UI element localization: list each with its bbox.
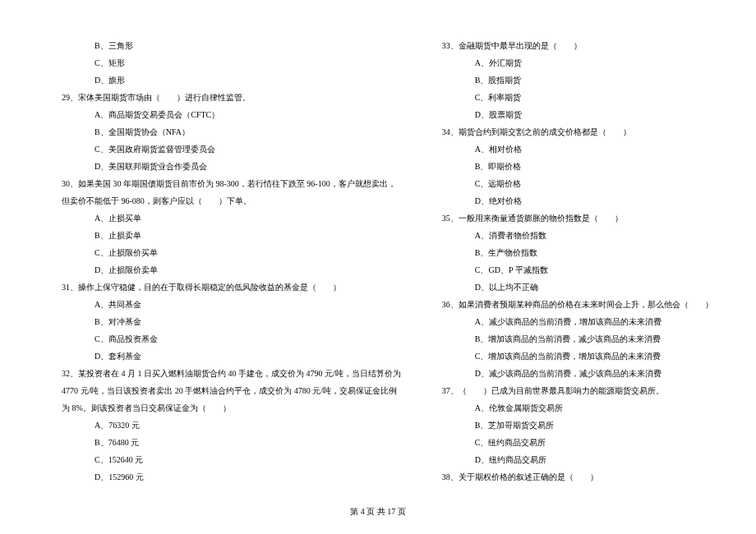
q30-option-c: C、止损限价买单 [45,244,401,261]
q28-option-d: D、旗形 [45,71,401,89]
q37-option-a: A、伦敦金属期货交易所 [426,399,713,417]
q29-text: 29、宋体美国期货市场由（ ）进行自律性监管。 [45,89,401,106]
q28-option-b: B、三角形 [45,37,401,54]
q32-line2: 4770 元/吨，当日该投资者卖出 20 手燃料油合约平仓，成交价为 4780 … [45,382,401,399]
q36-option-c: C、增加该商品的当前消费，增加该商品的未来消费 [426,348,713,365]
q32-option-a: A、76320 元 [45,417,401,434]
right-column: 33、金融期货中最早出现的是（ ） A、外汇期货 B、股指期货 C、利率期货 D… [413,37,726,486]
q28-option-c: C、矩形 [45,54,401,71]
q33-option-d: D、股票期货 [426,106,713,123]
q35-option-b: B、生产物价指数 [426,244,713,261]
q29-option-d: D、美国联邦期货业合作委员会 [45,158,401,175]
q32-option-c: C、152640 元 [45,451,401,468]
left-column: B、三角形 C、矩形 D、旗形 29、宋体美国期货市场由（ ）进行自律性监管。 … [33,37,413,486]
q32-option-b: B、76480 元 [45,434,401,451]
q33-option-a: A、外汇期货 [426,54,713,71]
q37-option-d: D、纽约商品交易所 [426,451,713,468]
q36-text: 36、如果消费者预期某种商品的价格在未来时间会上升，那么他会（ ） [426,296,713,313]
q36-option-a: A、减少该商品的当前消费，增加该商品的未来消费 [426,313,713,330]
q29-option-b: B、全国期货协会（NFA） [45,123,401,140]
q32-option-d: D、152960 元 [45,468,401,486]
q31-option-a: A、共同基金 [45,296,401,313]
q34-option-d: D、绝对价格 [426,192,713,209]
q36-option-b: B、增加该商品的当前消费，减少该商品的未来消费 [426,330,713,348]
q29-option-c: C、美国政府期货监督管理委员会 [45,140,401,158]
q33-option-c: C、利率期货 [426,89,713,106]
q31-option-d: D、套利基金 [45,348,401,365]
q35-option-d: D、以上均不正确 [426,279,713,296]
q36-option-d: D、减少该商品的当前消费，减少该商品的未来消费 [426,365,713,382]
page-footer: 第 4 页 共 17 页 [0,506,756,518]
q29-option-a: A、商品期货交易委员会（CFTC） [45,106,401,123]
q32-line3: 为 8%。则该投资者当日交易保证金为（ ） [45,399,401,417]
q34-option-b: B、即期价格 [426,158,713,175]
q30-option-b: B、止损卖单 [45,227,401,244]
q35-option-c: C、GD、P 平减指数 [426,261,713,279]
q35-option-a: A、消费者物价指数 [426,227,713,244]
q30-option-a: A、止损买单 [45,209,401,227]
q31-option-c: C、商品投资基金 [45,330,401,348]
q33-option-b: B、股指期货 [426,71,713,89]
q31-option-b: B、对冲基金 [45,313,401,330]
q35-text: 35、一般用来衡量通货膨胀的物价指数是（ ） [426,209,713,227]
q30-line2: 但卖价不能低于 96-080，则客户应以（ ）下单。 [45,192,401,209]
q34-text: 34、期货合约到期交割之前的成交价格都是（ ） [426,123,713,140]
q33-text: 33、金融期货中最早出现的是（ ） [426,37,713,54]
q30-line1: 30、如果美国 30 年期国债期货目前市价为 98-300，若行情往下跌至 96… [45,175,401,192]
q37-option-b: B、芝加哥期货交易所 [426,417,713,434]
q37-text: 37、（ ）已成为目前世界最具影响力的能源期货交易所。 [426,382,713,399]
q32-line1: 32、某投资者在 4 月 1 日买入燃料油期货合约 40 手建仓，成交价为 47… [45,365,401,382]
q34-option-a: A、相对价格 [426,140,713,158]
page-container: B、三角形 C、矩形 D、旗形 29、宋体美国期货市场由（ ）进行自律性监管。 … [0,0,756,486]
q31-text: 31、操作上保守稳健，目的在于取得长期稳定的低风险收益的基金是（ ） [45,279,401,296]
q38-text: 38、关于期权价格的叙述正确的是（ ） [426,468,713,486]
q37-option-c: C、纽约商品交易所 [426,434,713,451]
q30-option-d: D、止损限价卖单 [45,261,401,279]
q34-option-c: C、远期价格 [426,175,713,192]
